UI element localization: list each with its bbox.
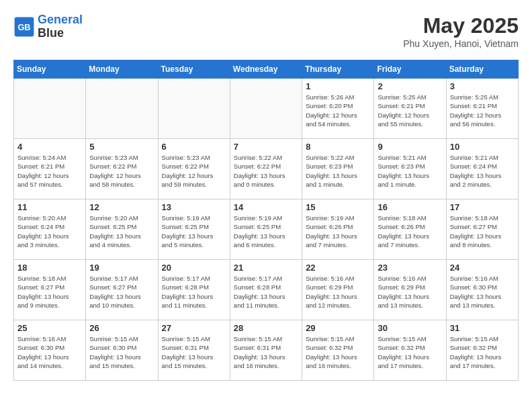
calendar-cell: 1Sunrise: 5:26 AM Sunset: 6:20 PM Daylig… (302, 79, 374, 139)
day-info: Sunrise: 5:23 AM Sunset: 6:22 PM Dayligh… (89, 153, 154, 189)
day-info: Sunrise: 5:24 AM Sunset: 6:21 PM Dayligh… (17, 153, 82, 189)
day-info: Sunrise: 5:20 AM Sunset: 6:25 PM Dayligh… (89, 214, 154, 249)
calendar-cell: 22Sunrise: 5:16 AM Sunset: 6:29 PM Dayli… (302, 260, 374, 320)
calendar-cell (158, 79, 230, 139)
day-info: Sunrise: 5:25 AM Sunset: 6:21 PM Dayligh… (450, 93, 515, 128)
day-number: 5 (89, 142, 154, 152)
week-row-5: 25Sunrise: 5:16 AM Sunset: 6:30 PM Dayli… (14, 320, 519, 381)
calendar-cell: 18Sunrise: 5:18 AM Sunset: 6:27 PM Dayli… (14, 260, 86, 320)
weekday-header-tuesday: Tuesday (158, 60, 230, 79)
day-number: 17 (450, 202, 515, 212)
day-number: 13 (162, 202, 226, 212)
week-row-3: 11Sunrise: 5:20 AM Sunset: 6:24 PM Dayli… (14, 199, 519, 260)
day-info: Sunrise: 5:18 AM Sunset: 6:26 PM Dayligh… (378, 214, 442, 249)
day-info: Sunrise: 5:17 AM Sunset: 6:28 PM Dayligh… (234, 274, 298, 310)
calendar-cell: 15Sunrise: 5:19 AM Sunset: 6:26 PM Dayli… (302, 199, 374, 260)
calendar-cell: 11Sunrise: 5:20 AM Sunset: 6:24 PM Dayli… (14, 199, 86, 260)
day-number: 9 (378, 142, 442, 152)
day-number: 31 (450, 323, 515, 333)
calendar-cell: 9Sunrise: 5:21 AM Sunset: 6:23 PM Daylig… (374, 139, 446, 199)
day-number: 7 (234, 142, 298, 152)
day-number: 21 (234, 263, 298, 273)
weekday-header-saturday: Saturday (446, 60, 518, 79)
calendar-cell: 14Sunrise: 5:19 AM Sunset: 6:25 PM Dayli… (230, 199, 302, 260)
day-info: Sunrise: 5:17 AM Sunset: 6:28 PM Dayligh… (162, 274, 226, 310)
day-number: 22 (306, 263, 370, 273)
calendar-cell: 3Sunrise: 5:25 AM Sunset: 6:21 PM Daylig… (446, 79, 518, 139)
day-number: 11 (17, 202, 82, 212)
svg-text:GB: GB (17, 22, 30, 32)
calendar-cell (86, 79, 158, 139)
calendar-cell: 31Sunrise: 5:15 AM Sunset: 6:32 PM Dayli… (446, 320, 518, 381)
day-info: Sunrise: 5:15 AM Sunset: 6:32 PM Dayligh… (306, 334, 370, 370)
calendar-cell: 20Sunrise: 5:17 AM Sunset: 6:28 PM Dayli… (158, 260, 230, 320)
weekday-header-wednesday: Wednesday (230, 60, 302, 79)
day-info: Sunrise: 5:22 AM Sunset: 6:22 PM Dayligh… (234, 153, 298, 189)
day-info: Sunrise: 5:21 AM Sunset: 6:24 PM Dayligh… (450, 153, 515, 189)
calendar-cell: 2Sunrise: 5:25 AM Sunset: 6:21 PM Daylig… (374, 79, 446, 139)
weekday-header-monday: Monday (86, 60, 158, 79)
day-info: Sunrise: 5:17 AM Sunset: 6:27 PM Dayligh… (89, 274, 154, 310)
day-number: 14 (234, 202, 298, 212)
logo-icon: GB (13, 16, 35, 38)
calendar-cell: 30Sunrise: 5:15 AM Sunset: 6:32 PM Dayli… (374, 320, 446, 381)
day-number: 23 (378, 263, 442, 273)
day-number: 24 (450, 263, 515, 273)
day-info: Sunrise: 5:19 AM Sunset: 6:26 PM Dayligh… (306, 214, 370, 249)
calendar-cell (14, 79, 86, 139)
day-info: Sunrise: 5:20 AM Sunset: 6:24 PM Dayligh… (17, 214, 82, 249)
calendar-cell: 21Sunrise: 5:17 AM Sunset: 6:28 PM Dayli… (230, 260, 302, 320)
day-info: Sunrise: 5:21 AM Sunset: 6:23 PM Dayligh… (378, 153, 442, 189)
day-number: 30 (378, 323, 442, 333)
day-number: 25 (17, 323, 82, 333)
day-number: 18 (17, 263, 82, 273)
calendar-cell: 25Sunrise: 5:16 AM Sunset: 6:30 PM Dayli… (14, 320, 86, 381)
calendar-cell: 6Sunrise: 5:23 AM Sunset: 6:22 PM Daylig… (158, 139, 230, 199)
day-info: Sunrise: 5:15 AM Sunset: 6:32 PM Dayligh… (450, 334, 515, 370)
location-subtitle: Phu Xuyen, Hanoi, Vietnam (403, 38, 519, 49)
calendar-cell: 19Sunrise: 5:17 AM Sunset: 6:27 PM Dayli… (86, 260, 158, 320)
week-row-2: 4Sunrise: 5:24 AM Sunset: 6:21 PM Daylig… (14, 139, 519, 199)
day-number: 20 (162, 263, 226, 273)
day-number: 28 (234, 323, 298, 333)
calendar-cell: 5Sunrise: 5:23 AM Sunset: 6:22 PM Daylig… (86, 139, 158, 199)
day-info: Sunrise: 5:15 AM Sunset: 6:30 PM Dayligh… (89, 334, 154, 370)
logo-line2: Blue (38, 27, 83, 40)
day-number: 19 (89, 263, 154, 273)
calendar-cell (230, 79, 302, 139)
calendar-cell: 12Sunrise: 5:20 AM Sunset: 6:25 PM Dayli… (86, 199, 158, 260)
day-number: 1 (306, 81, 370, 91)
day-info: Sunrise: 5:26 AM Sunset: 6:20 PM Dayligh… (306, 93, 370, 128)
calendar-cell: 24Sunrise: 5:16 AM Sunset: 6:30 PM Dayli… (446, 260, 518, 320)
day-info: Sunrise: 5:15 AM Sunset: 6:31 PM Dayligh… (234, 334, 298, 370)
calendar-cell: 4Sunrise: 5:24 AM Sunset: 6:21 PM Daylig… (14, 139, 86, 199)
day-number: 8 (306, 142, 370, 152)
calendar-table: SundayMondayTuesdayWednesdayThursdayFrid… (13, 60, 519, 381)
weekday-header-sunday: Sunday (14, 60, 86, 79)
day-number: 10 (450, 142, 515, 152)
week-row-4: 18Sunrise: 5:18 AM Sunset: 6:27 PM Dayli… (14, 260, 519, 320)
day-info: Sunrise: 5:18 AM Sunset: 6:27 PM Dayligh… (17, 274, 82, 310)
month-title: May 2025 (403, 13, 519, 38)
day-info: Sunrise: 5:15 AM Sunset: 6:32 PM Dayligh… (378, 334, 442, 370)
day-info: Sunrise: 5:22 AM Sunset: 6:23 PM Dayligh… (306, 153, 370, 189)
calendar-cell: 8Sunrise: 5:22 AM Sunset: 6:23 PM Daylig… (302, 139, 374, 199)
day-number: 15 (306, 202, 370, 212)
day-number: 3 (450, 81, 515, 91)
day-number: 12 (89, 202, 154, 212)
day-number: 4 (17, 142, 82, 152)
day-number: 26 (89, 323, 154, 333)
calendar-cell: 10Sunrise: 5:21 AM Sunset: 6:24 PM Dayli… (446, 139, 518, 199)
day-info: Sunrise: 5:16 AM Sunset: 6:30 PM Dayligh… (17, 334, 82, 370)
weekday-header-thursday: Thursday (302, 60, 374, 79)
logo-line1: General (38, 13, 83, 26)
day-info: Sunrise: 5:16 AM Sunset: 6:29 PM Dayligh… (378, 274, 442, 310)
day-info: Sunrise: 5:19 AM Sunset: 6:25 PM Dayligh… (162, 214, 226, 249)
day-info: Sunrise: 5:16 AM Sunset: 6:30 PM Dayligh… (450, 274, 515, 310)
logo: GB General Blue (13, 13, 83, 40)
title-block: May 2025 Phu Xuyen, Hanoi, Vietnam (403, 13, 519, 49)
calendar-cell: 16Sunrise: 5:18 AM Sunset: 6:26 PM Dayli… (374, 199, 446, 260)
calendar-cell: 23Sunrise: 5:16 AM Sunset: 6:29 PM Dayli… (374, 260, 446, 320)
calendar-cell: 26Sunrise: 5:15 AM Sunset: 6:30 PM Dayli… (86, 320, 158, 381)
day-number: 27 (162, 323, 226, 333)
